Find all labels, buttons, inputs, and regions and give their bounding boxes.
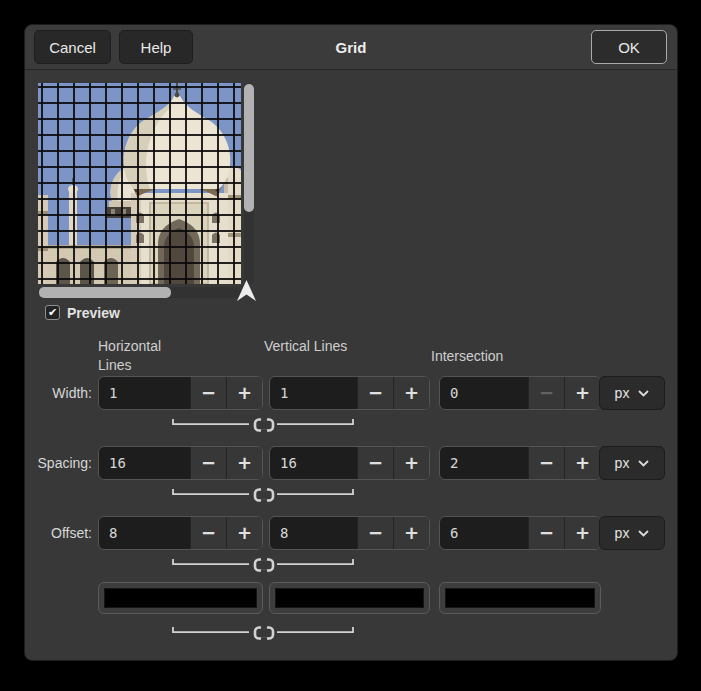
width-vlines-minus-button[interactable]: − bbox=[357, 377, 393, 409]
spacing-hlines-plus-button[interactable]: + bbox=[226, 447, 262, 479]
spacing-intersection-input[interactable] bbox=[440, 447, 528, 479]
width-row: Width: − + − + − + px bbox=[25, 376, 679, 410]
preview-image[interactable] bbox=[38, 83, 241, 284]
hlines-color-button[interactable] bbox=[98, 582, 263, 614]
spacing-intersection-spinbutton: − + bbox=[439, 446, 601, 480]
offset-label: Offset: bbox=[25, 516, 92, 550]
vertical-scroll-thumb[interactable] bbox=[244, 84, 254, 212]
chevron-down-icon bbox=[638, 460, 649, 467]
spacing-vlines-input[interactable] bbox=[270, 447, 357, 479]
help-button[interactable]: Help bbox=[119, 30, 193, 64]
offset-intersection-plus-button[interactable]: + bbox=[564, 517, 600, 549]
intersection-color-swatch bbox=[445, 588, 595, 608]
column-header-intersection: Intersection bbox=[431, 347, 561, 366]
width-unit-dropdown[interactable]: px bbox=[599, 376, 665, 410]
cancel-button[interactable]: Cancel bbox=[34, 30, 111, 64]
spacing-vlines-plus-button[interactable]: + bbox=[393, 447, 429, 479]
offset-chain-link-icon[interactable] bbox=[171, 557, 355, 573]
offset-vlines-minus-button[interactable]: − bbox=[357, 517, 393, 549]
vlines-color-swatch bbox=[275, 588, 424, 608]
width-hlines-spinbutton: − + bbox=[98, 376, 263, 410]
width-vlines-plus-button[interactable]: + bbox=[393, 377, 429, 409]
horizontal-scroll-thumb[interactable] bbox=[39, 287, 171, 298]
offset-vlines-plus-button[interactable]: + bbox=[393, 517, 429, 549]
spacing-chain-link-icon[interactable] bbox=[171, 487, 355, 503]
spacing-hlines-input[interactable] bbox=[99, 447, 190, 479]
offset-vlines-input[interactable] bbox=[270, 517, 357, 549]
checkbox-check-icon: ✔ bbox=[45, 305, 60, 320]
width-hlines-input[interactable] bbox=[99, 377, 190, 409]
width-intersection-spinbutton: − + bbox=[439, 376, 601, 410]
offset-unit-value: px bbox=[615, 525, 630, 541]
width-hlines-plus-button[interactable]: + bbox=[226, 377, 262, 409]
vlines-color-button[interactable] bbox=[269, 582, 430, 614]
offset-intersection-minus-button[interactable]: − bbox=[528, 517, 564, 549]
spacing-hlines-spinbutton: − + bbox=[98, 446, 263, 480]
spacing-row: Spacing: − + − + − + px bbox=[25, 446, 679, 480]
column-header-horizontal-lines: Horizontal Lines bbox=[98, 337, 190, 375]
color-chain-link-icon[interactable] bbox=[171, 625, 355, 641]
spacing-unit-value: px bbox=[615, 455, 630, 471]
width-vlines-spinbutton: − + bbox=[269, 376, 430, 410]
preview-vertical-scrollbar[interactable] bbox=[244, 83, 254, 284]
grid-overlay bbox=[38, 83, 241, 284]
offset-intersection-input[interactable] bbox=[440, 517, 528, 549]
column-header-vertical-lines: Vertical Lines bbox=[264, 337, 356, 356]
chevron-down-icon bbox=[638, 390, 649, 397]
offset-intersection-spinbutton: − + bbox=[439, 516, 601, 550]
width-hlines-minus-button[interactable]: − bbox=[190, 377, 226, 409]
spacing-hlines-minus-button[interactable]: − bbox=[190, 447, 226, 479]
preview-checkbox-label: Preview bbox=[67, 305, 120, 321]
width-chain-link-icon[interactable] bbox=[171, 417, 355, 433]
width-intersection-plus-button[interactable]: + bbox=[564, 377, 600, 409]
width-unit-value: px bbox=[615, 385, 630, 401]
spacing-intersection-plus-button[interactable]: + bbox=[564, 447, 600, 479]
width-label: Width: bbox=[25, 376, 92, 410]
width-vlines-input[interactable] bbox=[270, 377, 357, 409]
chevron-down-icon bbox=[638, 530, 649, 537]
offset-hlines-input[interactable] bbox=[99, 517, 190, 549]
offset-row: Offset: − + − + − + px bbox=[25, 516, 679, 550]
spacing-vlines-spinbutton: − + bbox=[269, 446, 430, 480]
screen: { "titlebar": { "cancel": "Cancel", "hel… bbox=[0, 0, 701, 691]
spacing-intersection-minus-button[interactable]: − bbox=[528, 447, 564, 479]
dialog-titlebar: Cancel Help Grid OK bbox=[25, 25, 677, 70]
offset-hlines-plus-button[interactable]: + bbox=[226, 517, 262, 549]
preview-navigation-arrow-icon[interactable] bbox=[237, 280, 256, 301]
offset-vlines-spinbutton: − + bbox=[269, 516, 430, 550]
color-row bbox=[25, 582, 679, 614]
offset-unit-dropdown[interactable]: px bbox=[599, 516, 665, 550]
spacing-vlines-minus-button[interactable]: − bbox=[357, 447, 393, 479]
ok-button[interactable]: OK bbox=[591, 30, 667, 64]
width-intersection-minus-button: − bbox=[528, 377, 564, 409]
hlines-color-swatch bbox=[104, 588, 257, 608]
spacing-label: Spacing: bbox=[25, 446, 92, 480]
offset-hlines-minus-button[interactable]: − bbox=[190, 517, 226, 549]
spacing-unit-dropdown[interactable]: px bbox=[599, 446, 665, 480]
preview-horizontal-scrollbar[interactable] bbox=[38, 287, 241, 298]
width-intersection-input[interactable] bbox=[440, 377, 528, 409]
intersection-color-button[interactable] bbox=[439, 582, 601, 614]
preview-checkbox[interactable]: ✔ Preview bbox=[45, 304, 120, 321]
offset-hlines-spinbutton: − + bbox=[98, 516, 263, 550]
grid-dialog: Cancel Help Grid OK bbox=[24, 24, 678, 661]
